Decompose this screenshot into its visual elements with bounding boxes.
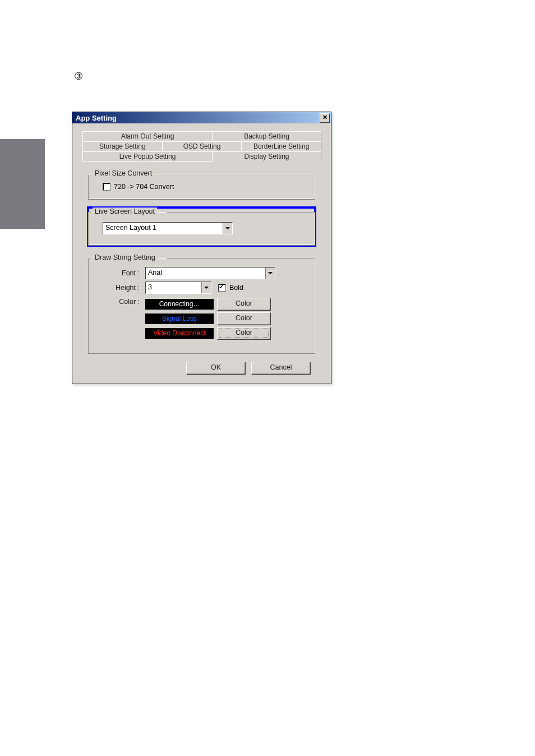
group-draw-string-setting: Draw String Setting Font : Arial Height … bbox=[88, 253, 315, 354]
font-value: Arial bbox=[146, 268, 265, 279]
checkbox-720-704-convert[interactable]: 720 -> 704 Convert bbox=[103, 183, 174, 191]
color-button-connecting[interactable]: Color bbox=[217, 298, 271, 311]
group-title-layout: Live Screen Layout bbox=[93, 208, 157, 215]
side-stub bbox=[0, 139, 45, 229]
color-button-video-disconnect[interactable]: Color bbox=[217, 327, 271, 340]
tab-osd-setting[interactable]: OSD Setting bbox=[162, 141, 242, 151]
tab-backup-setting[interactable]: Backup Setting bbox=[212, 131, 321, 141]
tab-display-setting[interactable]: Display Setting bbox=[212, 151, 321, 162]
status-row-video-disconnect: Video Disconnect Color bbox=[145, 327, 271, 340]
cancel-button[interactable]: Cancel bbox=[251, 362, 311, 375]
chevron-down-icon[interactable] bbox=[223, 223, 232, 234]
tab-borderline-setting[interactable]: BorderLine Setting bbox=[241, 141, 321, 151]
color-button-signal-loss[interactable]: Color bbox=[217, 312, 271, 325]
group-live-screen-layout: Live Screen Layout Screen Layout 1 bbox=[88, 208, 315, 246]
status-color-list: Connecting… Color Signal Loss Color Vide… bbox=[145, 296, 271, 342]
group-title-pixel: Pixel Size Convert bbox=[93, 169, 154, 177]
checkbox-bold[interactable]: Bold bbox=[218, 284, 243, 292]
group-pixel-size-convert: Pixel Size Convert 720 -> 704 Convert bbox=[88, 169, 315, 200]
height-value: 3 bbox=[146, 282, 201, 293]
tab-live-popup-setting[interactable]: Live Popup Setting bbox=[82, 151, 213, 162]
close-icon: ✕ bbox=[322, 114, 328, 121]
tab-alarm-out-setting[interactable]: Alarm Out Setting bbox=[82, 131, 213, 141]
tab-storage-setting[interactable]: Storage Setting bbox=[82, 141, 163, 151]
checkbox-box-icon bbox=[103, 183, 110, 191]
dialog-title: App Setting bbox=[76, 114, 117, 122]
status-swatch-signal-loss: Signal Loss bbox=[145, 314, 214, 324]
tabstrip: Alarm Out Setting Backup Setting Storage… bbox=[82, 131, 321, 162]
checkbox-label: 720 -> 704 Convert bbox=[114, 183, 174, 191]
dialog-footer: OK Cancel bbox=[82, 357, 321, 375]
color-label: Color : bbox=[95, 296, 145, 306]
screen-layout-value: Screen Layout 1 bbox=[103, 223, 223, 234]
app-setting-dialog: App Setting ✕ Alarm Out Setting Backup S… bbox=[72, 112, 331, 384]
screen-layout-combo[interactable]: Screen Layout 1 bbox=[103, 222, 233, 234]
page-marker: ③ bbox=[74, 70, 83, 82]
chevron-down-icon[interactable] bbox=[201, 282, 211, 293]
chevron-down-icon[interactable] bbox=[265, 268, 275, 279]
bold-label: Bold bbox=[229, 284, 243, 292]
font-label: Font : bbox=[95, 269, 145, 277]
status-swatch-video-disconnect: Video Disconnect bbox=[145, 328, 214, 339]
font-combo[interactable]: Arial bbox=[145, 267, 275, 279]
checkbox-box-icon bbox=[218, 284, 226, 292]
height-combo[interactable]: 3 bbox=[145, 282, 211, 294]
status-swatch-connecting: Connecting… bbox=[145, 299, 214, 310]
close-button[interactable]: ✕ bbox=[320, 113, 330, 123]
status-row-connecting: Connecting… Color bbox=[145, 298, 271, 311]
height-label: Height : bbox=[95, 284, 145, 292]
ok-button[interactable]: OK bbox=[186, 362, 246, 375]
dialog-body: Alarm Out Setting Backup Setting Storage… bbox=[72, 123, 331, 384]
titlebar: App Setting ✕ bbox=[72, 112, 331, 123]
group-title-drawstring: Draw String Setting bbox=[93, 253, 158, 261]
status-row-signal-loss: Signal Loss Color bbox=[145, 312, 271, 325]
